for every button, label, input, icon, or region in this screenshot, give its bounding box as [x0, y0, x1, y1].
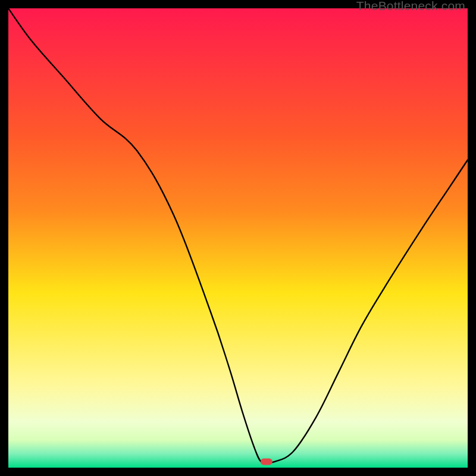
- optimal-point-marker: [261, 458, 273, 465]
- chart-frame: TheBottleneck.com: [0, 0, 476, 476]
- chart-svg: [8, 8, 468, 468]
- watermark-text: TheBottleneck.com: [356, 0, 465, 13]
- plot-area: [8, 8, 468, 468]
